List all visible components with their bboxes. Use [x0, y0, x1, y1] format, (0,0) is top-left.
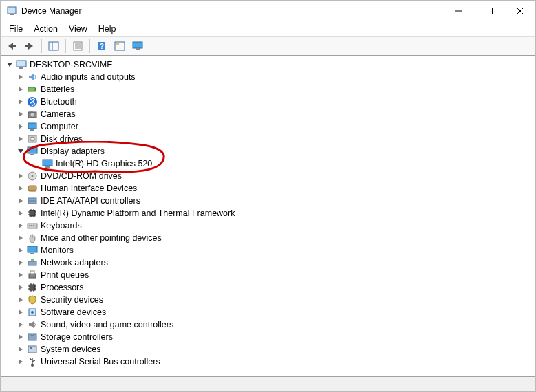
back-button[interactable] — [3, 39, 20, 54]
expand-caret-icon[interactable] — [16, 343, 25, 356]
tree-node-keyboards[interactable]: Keyboards — [3, 219, 535, 232]
expand-caret-icon[interactable] — [16, 207, 25, 219]
expand-caret-icon[interactable] — [16, 356, 25, 368]
expand-caret-icon[interactable] — [16, 71, 25, 83]
minimize-button[interactable] — [442, 1, 473, 21]
toolbar: ? — [1, 36, 535, 56]
computer-root-icon — [16, 59, 27, 70]
tree-node-network-adapters[interactable]: Network adapters — [3, 257, 535, 269]
expand-caret-icon[interactable] — [16, 120, 25, 133]
tree-node-label: Disk drives — [41, 133, 88, 145]
keyboard-icon — [27, 220, 38, 231]
tree-node-intel-r-hd-graphics-520[interactable]: Intel(R) HD Graphics 520 — [3, 157, 535, 170]
svg-text:?: ? — [100, 43, 104, 50]
printer-icon — [27, 270, 38, 281]
svg-rect-73 — [28, 334, 36, 340]
svg-rect-22 — [28, 87, 35, 91]
svg-rect-35 — [45, 166, 50, 168]
svg-rect-28 — [28, 123, 36, 129]
tree-node-software-devices[interactable]: Software devices — [3, 306, 535, 318]
expand-caret-icon[interactable] — [16, 244, 25, 257]
tree-node-label: DVD/CD-ROM drives — [41, 170, 127, 182]
expand-caret-icon[interactable] — [16, 96, 25, 108]
svg-rect-33 — [30, 154, 34, 155]
expand-caret-icon[interactable] — [16, 170, 25, 182]
svg-rect-58 — [28, 261, 36, 265]
svg-point-78 — [30, 358, 31, 360]
tree-node-label: Display adapters — [41, 145, 110, 157]
tree-node-disk-drives[interactable]: Disk drives — [3, 133, 535, 145]
svg-rect-75 — [30, 347, 32, 349]
svg-rect-21 — [19, 67, 23, 69]
tree-node-system-devices[interactable]: System devices — [3, 343, 535, 356]
menubar: File Action View Help — [1, 21, 535, 36]
tree-node-monitors[interactable]: Monitors — [3, 244, 535, 257]
tree-node-human-interface-devices[interactable]: Human Interface Devices — [3, 182, 535, 195]
tree-node-sound-video-and-game-controllers[interactable]: Sound, video and game controllers — [3, 318, 535, 331]
svg-rect-62 — [30, 285, 35, 290]
expand-caret-icon[interactable] — [16, 306, 25, 318]
scan-hardware-button[interactable] — [111, 39, 128, 54]
menu-view[interactable]: View — [63, 23, 93, 35]
expand-caret-icon[interactable] — [16, 318, 25, 331]
tree-node-print-queues[interactable]: Print queues — [3, 269, 535, 281]
tree-node-cameras[interactable]: Cameras — [3, 108, 535, 120]
expand-caret-icon[interactable] — [16, 182, 25, 195]
tree-node-label: Computer — [41, 120, 84, 133]
tree-node-computer[interactable]: Computer — [3, 120, 535, 133]
tree-node-display-adapters[interactable]: Display adapters — [3, 145, 535, 157]
menu-action[interactable]: Action — [28, 23, 63, 35]
svg-rect-23 — [35, 88, 36, 91]
expand-caret-icon[interactable] — [16, 195, 25, 207]
tree-node-batteries[interactable]: Batteries — [3, 83, 535, 96]
svg-rect-20 — [17, 61, 26, 67]
svg-point-37 — [32, 175, 34, 177]
tree-node-label: System devices — [41, 343, 107, 356]
tree-node-bluetooth[interactable]: Bluetooth — [3, 96, 535, 108]
tree-node-security-devices[interactable]: Security devices — [3, 294, 535, 306]
tree-node-label: IDE ATA/ATAPI controllers — [41, 195, 146, 207]
svg-rect-29 — [30, 129, 34, 131]
tree-node-label: Sound, video and game controllers — [41, 318, 179, 331]
close-button[interactable] — [504, 1, 535, 21]
expand-caret-icon[interactable] — [16, 83, 25, 96]
expand-caret-icon[interactable] — [16, 294, 25, 306]
help-button[interactable]: ? — [94, 39, 110, 54]
expand-caret-icon[interactable] — [16, 269, 25, 281]
expand-caret-icon[interactable] — [16, 232, 25, 244]
toolbar-separator — [65, 39, 66, 53]
collapse-caret-icon[interactable] — [16, 145, 25, 157]
expand-caret-icon[interactable] — [16, 331, 25, 343]
expand-caret-icon[interactable] — [16, 257, 25, 269]
svg-rect-79 — [34, 360, 35, 361]
tree-node-label: Security devices — [41, 294, 109, 306]
forward-button[interactable] — [21, 39, 38, 54]
menu-help[interactable]: Help — [93, 23, 122, 35]
expand-caret-icon[interactable] — [16, 219, 25, 232]
tree-node-audio-inputs-and-outputs[interactable]: Audio inputs and outputs — [3, 71, 535, 83]
maximize-button[interactable] — [473, 1, 504, 21]
tree-node-processors[interactable]: Processors — [3, 281, 535, 294]
statusbar — [1, 376, 535, 391]
tree-node-intel-r-dynamic-platform-and-thermal-framework[interactable]: Intel(R) Dynamic Platform and Thermal Fr… — [3, 207, 535, 219]
show-hide-tree-button[interactable] — [45, 39, 62, 54]
expand-caret-icon[interactable] — [16, 108, 25, 120]
expand-caret-icon[interactable] — [16, 281, 25, 294]
monitor-icon[interactable] — [129, 39, 146, 54]
disk-icon — [27, 133, 38, 144]
svg-rect-53 — [33, 225, 34, 226]
device-tree[interactable]: DESKTOP-SRCVIME Audio inputs and outputs… — [1, 56, 535, 376]
tree-node-ide-ata-atapi-controllers[interactable]: IDE ATA/ATAPI controllers — [3, 195, 535, 207]
tree-node-mice-and-other-pointing-devices[interactable]: Mice and other pointing devices — [3, 232, 535, 244]
cpu-icon — [27, 282, 38, 293]
tree-node-dvd-cd-rom-drives[interactable]: DVD/CD-ROM drives — [3, 170, 535, 182]
menu-file[interactable]: File — [3, 23, 28, 35]
tree-node-universal-serial-bus-controllers[interactable]: Universal Serial Bus controllers — [3, 356, 535, 368]
device-manager-window: Device Manager File Action View Help ? — [0, 0, 536, 392]
tree-node-storage-controllers[interactable]: Storage controllers — [3, 331, 535, 343]
expand-caret-icon[interactable] — [16, 133, 25, 145]
app-icon — [6, 6, 17, 17]
tree-node-desktop-srcvime[interactable]: DESKTOP-SRCVIME — [3, 58, 535, 71]
collapse-caret-icon[interactable] — [5, 58, 14, 71]
properties-button[interactable] — [69, 39, 86, 54]
